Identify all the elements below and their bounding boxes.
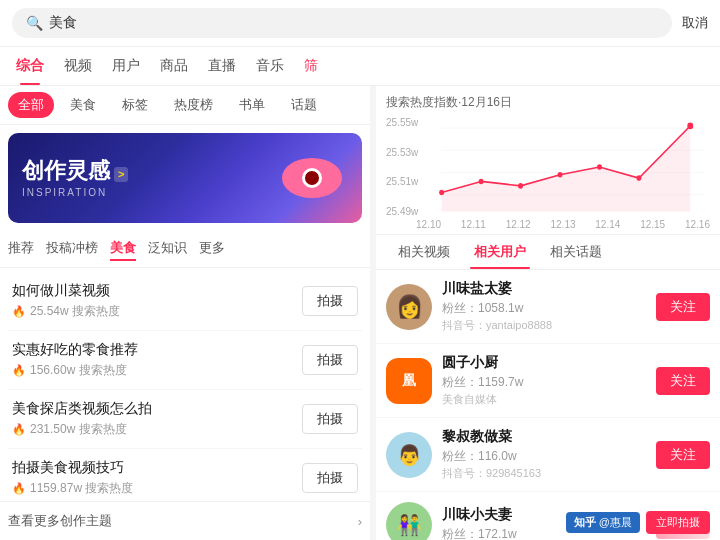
user-item: 凰 圆子小厨 粉丝：1159.7w 美食自媒体 关注 bbox=[376, 344, 720, 418]
user-name-2: 圆子小厨 bbox=[442, 354, 656, 372]
cancel-button[interactable]: 取消 bbox=[682, 14, 708, 32]
user-name-3: 黎叔教做菜 bbox=[442, 428, 656, 446]
inspiration-banner[interactable]: 创作灵感 > INSPIRATION bbox=[8, 133, 362, 223]
user-info-1: 川味盐太婆 粉丝：1058.1w 抖音号：yantaipo8888 bbox=[442, 280, 656, 333]
fire-icon-3: 🔥 bbox=[12, 423, 26, 436]
y-label: 25.49w bbox=[386, 206, 418, 217]
svg-point-4 bbox=[439, 190, 444, 196]
user-handle-3: 抖音号：929845163 bbox=[442, 466, 656, 481]
tab-视频[interactable]: 视频 bbox=[54, 47, 102, 85]
content-meta-1: 🔥 25.54w 搜索热度 bbox=[12, 303, 302, 320]
banner-subtitle: INSPIRATION bbox=[22, 187, 128, 198]
content-list: 如何做川菜视频 🔥 25.54w 搜索热度 拍摄 实惠好吃的零食推荐 🔥 156… bbox=[0, 268, 370, 501]
user-item: 👩 川味盐太婆 粉丝：1058.1w 抖音号：yantaipo8888 关注 bbox=[376, 270, 720, 344]
x-label: 12.16 bbox=[685, 219, 710, 230]
search-icon: 🔍 bbox=[26, 15, 43, 31]
content-meta-2: 🔥 156.60w 搜索热度 bbox=[12, 362, 302, 379]
subtab-美食[interactable]: 美食 bbox=[60, 92, 106, 118]
search-box[interactable]: 🔍 美食 bbox=[12, 8, 672, 38]
fire-icon-2: 🔥 bbox=[12, 364, 26, 377]
tab-音乐[interactable]: 音乐 bbox=[246, 47, 294, 85]
right-panel: 搜索热度指数·12月16日 25.55w 25.53w 25.51w 25.49… bbox=[370, 86, 720, 540]
top-bar-actions: 取消 bbox=[682, 14, 708, 32]
user-handle-2: 美食自媒体 bbox=[442, 392, 656, 407]
user-info-2: 圆子小厨 粉丝：1159.7w 美食自媒体 bbox=[442, 354, 656, 407]
svg-point-9 bbox=[636, 175, 641, 181]
content-item-left: 如何做川菜视频 🔥 25.54w 搜索热度 bbox=[12, 282, 302, 320]
category-tabs: 综合 视频 用户 商品 直播 音乐 筛 bbox=[0, 47, 720, 86]
tab-filter[interactable]: 筛 bbox=[294, 47, 328, 85]
x-label: 12.11 bbox=[461, 219, 486, 230]
insp-nav-美食[interactable]: 美食 bbox=[110, 237, 136, 261]
content-item: 实惠好吃的零食推荐 🔥 156.60w 搜索热度 拍摄 bbox=[8, 331, 362, 390]
svg-point-5 bbox=[479, 179, 484, 185]
banner-text: 创作灵感 > INSPIRATION bbox=[22, 158, 128, 197]
content-item: 美食探店类视频怎么拍 🔥 231.50w 搜索热度 拍摄 bbox=[8, 390, 362, 449]
bottom-overlay: 知乎 @惠晨 立即拍摄 bbox=[556, 505, 720, 540]
banner-decoration bbox=[272, 138, 352, 218]
subtab-标签[interactable]: 标签 bbox=[112, 92, 158, 118]
view-more[interactable]: 查看更多创作主题 › bbox=[0, 501, 370, 540]
tab-相关话题[interactable]: 相关话题 bbox=[538, 235, 614, 269]
insp-nav-推荐[interactable]: 推荐 bbox=[8, 237, 34, 261]
content-heat-4: 1159.87w 搜索热度 bbox=[30, 480, 133, 497]
x-label: 12.13 bbox=[550, 219, 575, 230]
chart-area: 搜索热度指数·12月16日 25.55w 25.53w 25.51w 25.49… bbox=[376, 86, 720, 235]
x-axis-labels: 12.10 12.11 12.12 12.13 12.14 12.15 12.1… bbox=[386, 219, 710, 230]
tab-综合[interactable]: 综合 bbox=[6, 47, 54, 85]
user-handle-1: 抖音号：yantaipo8888 bbox=[442, 318, 656, 333]
y-axis-labels: 25.55w 25.53w 25.51w 25.49w bbox=[386, 117, 418, 217]
insp-nav-投稿冲榜[interactable]: 投稿冲榜 bbox=[46, 237, 98, 261]
tab-相关用户[interactable]: 相关用户 bbox=[462, 235, 538, 269]
banner-arrow-icon: > bbox=[114, 167, 128, 182]
insp-nav-更多[interactable]: 更多 bbox=[199, 237, 225, 261]
search-text: 美食 bbox=[49, 14, 77, 32]
svg-point-7 bbox=[558, 172, 563, 178]
right-tabs: 相关视频 相关用户 相关话题 bbox=[376, 235, 720, 270]
insp-nav-泛知识[interactable]: 泛知识 bbox=[148, 237, 187, 261]
avatar-2: 凰 bbox=[386, 358, 432, 404]
content-title-4: 拍摄美食视频技巧 bbox=[12, 459, 302, 477]
top-bar: 🔍 美食 取消 bbox=[0, 0, 720, 47]
eye-pupil bbox=[302, 168, 322, 188]
zhihu-logo: 知乎 bbox=[574, 515, 596, 530]
tab-相关视频[interactable]: 相关视频 bbox=[386, 235, 462, 269]
x-label: 12.10 bbox=[416, 219, 441, 230]
tab-直播[interactable]: 直播 bbox=[198, 47, 246, 85]
subtab-书单[interactable]: 书单 bbox=[229, 92, 275, 118]
shoot-now-button[interactable]: 立即拍摄 bbox=[646, 511, 710, 534]
content-heat-3: 231.50w 搜索热度 bbox=[30, 421, 127, 438]
follow-button-1[interactable]: 关注 bbox=[656, 293, 710, 321]
x-label: 12.15 bbox=[640, 219, 665, 230]
shoot-button-3[interactable]: 拍摄 bbox=[302, 404, 358, 434]
user-list: 👩 川味盐太婆 粉丝：1058.1w 抖音号：yantaipo8888 关注 凰… bbox=[376, 270, 720, 540]
user-fans-3: 粉丝：116.0w bbox=[442, 448, 656, 465]
view-more-label: 查看更多创作主题 bbox=[8, 512, 112, 530]
subtab-话题[interactable]: 话题 bbox=[281, 92, 327, 118]
content-heat-1: 25.54w 搜索热度 bbox=[30, 303, 120, 320]
svg-point-8 bbox=[597, 164, 602, 170]
fire-icon-4: 🔥 bbox=[12, 482, 26, 495]
subtab-热度榜[interactable]: 热度榜 bbox=[164, 92, 223, 118]
shoot-button-2[interactable]: 拍摄 bbox=[302, 345, 358, 375]
user-fans-2: 粉丝：1159.7w bbox=[442, 374, 656, 391]
chart-svg bbox=[386, 117, 710, 217]
user-item: 👨 黎叔教做菜 粉丝：116.0w 抖音号：929845163 关注 bbox=[376, 418, 720, 492]
svg-point-6 bbox=[518, 183, 523, 189]
follow-button-2[interactable]: 关注 bbox=[656, 367, 710, 395]
tab-用户[interactable]: 用户 bbox=[102, 47, 150, 85]
inspiration-nav: 推荐 投稿冲榜 美食 泛知识 更多 bbox=[0, 231, 370, 268]
content-item-left: 美食探店类视频怎么拍 🔥 231.50w 搜索热度 bbox=[12, 400, 302, 438]
content-title-1: 如何做川菜视频 bbox=[12, 282, 302, 300]
follow-button-3[interactable]: 关注 bbox=[656, 441, 710, 469]
x-label: 12.12 bbox=[506, 219, 531, 230]
user-fans-1: 粉丝：1058.1w bbox=[442, 300, 656, 317]
shoot-button-4[interactable]: 拍摄 bbox=[302, 463, 358, 493]
sub-tabs: 全部 美食 标签 热度榜 书单 话题 bbox=[0, 86, 370, 125]
tab-商品[interactable]: 商品 bbox=[150, 47, 198, 85]
chart-container: 25.55w 25.53w 25.51w 25.49w bbox=[386, 117, 710, 217]
avatar-4: 👫 bbox=[386, 502, 432, 540]
subtab-全部[interactable]: 全部 bbox=[8, 92, 54, 118]
eye-icon bbox=[282, 158, 342, 198]
shoot-button-1[interactable]: 拍摄 bbox=[302, 286, 358, 316]
